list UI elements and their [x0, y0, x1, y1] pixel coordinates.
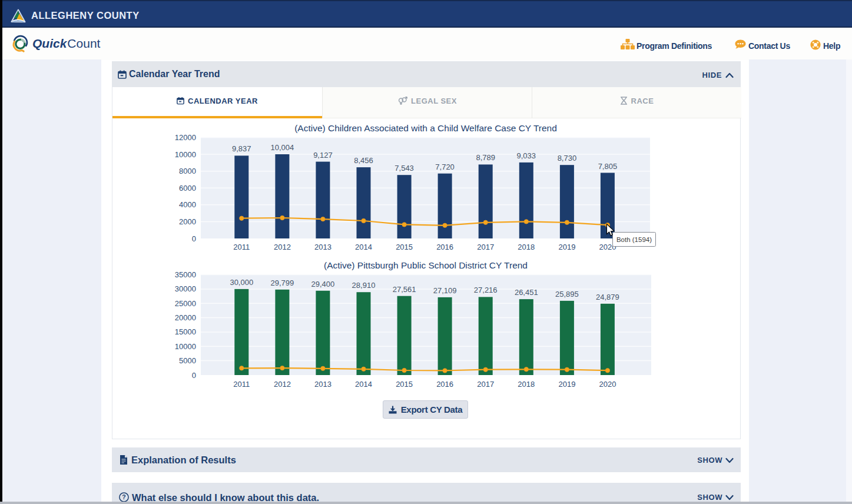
svg-text:?: ? [122, 493, 125, 500]
